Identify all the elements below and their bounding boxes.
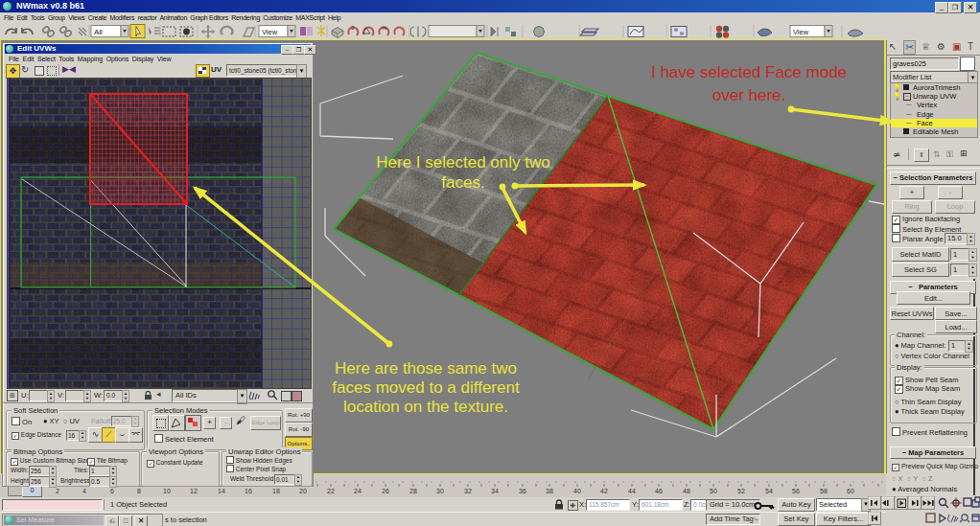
svg-text:54: 54 (765, 488, 773, 494)
svg-text:56: 56 (792, 488, 800, 494)
svg-text:4: 4 (82, 488, 86, 494)
svg-text:8: 8 (137, 488, 141, 494)
svg-text:50: 50 (710, 488, 717, 494)
svg-text:View: View (793, 28, 809, 36)
svg-text:6: 6 (110, 488, 114, 494)
svg-text:28: 28 (409, 488, 417, 494)
svg-text:60: 60 (847, 488, 854, 494)
svg-text:20: 20 (299, 488, 307, 494)
svg-text:2: 2 (56, 488, 59, 494)
svg-text:42: 42 (600, 488, 608, 494)
svg-text:58: 58 (820, 488, 828, 494)
svg-text:View: View (262, 28, 278, 36)
svg-text:22: 22 (327, 488, 335, 494)
svg-text:10: 10 (163, 488, 171, 494)
svg-text:52: 52 (737, 488, 745, 494)
svg-text:12: 12 (190, 488, 198, 494)
svg-text:40: 40 (573, 488, 581, 494)
svg-text:46: 46 (655, 488, 663, 494)
svg-text:44: 44 (628, 488, 636, 494)
svg-text:All: All (94, 28, 103, 36)
svg-text:26: 26 (382, 488, 389, 494)
svg-text:16: 16 (245, 488, 252, 494)
svg-text:34: 34 (491, 488, 499, 494)
svg-text:32: 32 (464, 488, 472, 494)
svg-text:14: 14 (218, 488, 225, 494)
svg-text:30: 30 (436, 488, 444, 494)
svg-text:38: 38 (546, 488, 553, 494)
svg-text:%: % (382, 25, 387, 31)
svg-text:36: 36 (519, 488, 526, 494)
svg-text:18: 18 (272, 488, 280, 494)
svg-text:24: 24 (354, 488, 362, 494)
svg-text:48: 48 (683, 488, 690, 494)
